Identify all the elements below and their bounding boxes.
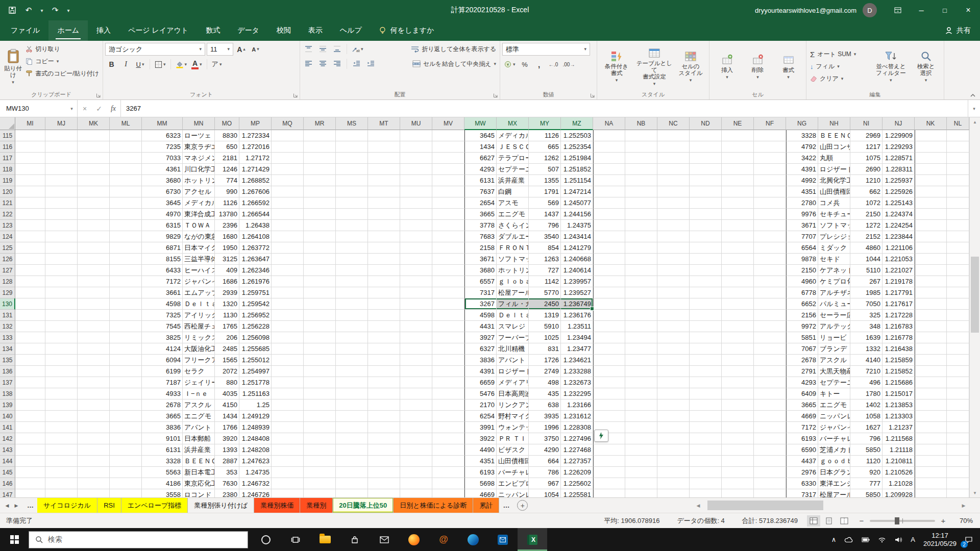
cell-MK126[interactable] xyxy=(78,254,110,265)
cell-NL129[interactable] xyxy=(947,287,969,298)
cell-MT142[interactable] xyxy=(368,433,400,444)
row-header-136[interactable]: 136 xyxy=(0,366,15,377)
mail-button[interactable] xyxy=(370,528,399,551)
action-center-button[interactable]: 2 xyxy=(961,528,980,551)
cell-NK126[interactable] xyxy=(915,254,947,265)
cell-MY138[interactable]: 435 xyxy=(529,388,561,399)
cell-NG136[interactable]: 2791 xyxy=(786,366,818,377)
cell-MJ120[interactable] xyxy=(45,186,78,197)
cell-NL138[interactable] xyxy=(947,388,969,399)
cell-NA143[interactable] xyxy=(593,444,625,456)
cell-MQ126[interactable] xyxy=(272,254,304,265)
cell-MY122[interactable]: 1437 xyxy=(529,209,561,220)
cell-NF121[interactable] xyxy=(754,197,786,209)
cell-MP125[interactable]: 1.263772 xyxy=(239,242,272,254)
autosum-button[interactable]: Σオート SUM▾ xyxy=(808,48,871,61)
minimize-button[interactable]: ─ xyxy=(910,0,933,20)
cell-NJ137[interactable]: 1.215686 xyxy=(883,377,915,388)
cell-MJ132[interactable] xyxy=(45,321,78,332)
cell-ND141[interactable] xyxy=(690,422,722,433)
cell-NA116[interactable] xyxy=(593,141,625,153)
cell-MJ115[interactable] xyxy=(45,130,78,141)
cell-MX124[interactable]: ダブルエー xyxy=(497,231,529,242)
row-header-117[interactable]: 117 xyxy=(0,153,15,164)
cell-NF147[interactable] xyxy=(754,489,786,497)
cell-NC141[interactable] xyxy=(657,422,690,433)
cell-ND127[interactable] xyxy=(690,265,722,276)
increase-indent-button[interactable] xyxy=(364,58,377,70)
cell-MJ128[interactable] xyxy=(45,276,78,287)
cell-NB123[interactable] xyxy=(625,220,657,231)
cell-MO143[interactable]: 1393 xyxy=(215,444,239,456)
cell-MM140[interactable]: 3665 xyxy=(142,411,183,422)
cell-NJ126[interactable]: 1.221053 xyxy=(883,254,915,265)
cell-NI127[interactable]: 5110 xyxy=(850,265,883,276)
cell-NK120[interactable] xyxy=(915,186,947,197)
cell-MS141[interactable] xyxy=(336,422,368,433)
cell-MT138[interactable] xyxy=(368,388,400,399)
cell-ND137[interactable] xyxy=(690,377,722,388)
cell-ML132[interactable] xyxy=(110,321,142,332)
cell-MY146[interactable]: 967 xyxy=(529,478,561,489)
cell-MP127[interactable]: 1.262346 xyxy=(239,265,272,276)
cell-MU122[interactable] xyxy=(400,209,432,220)
cell-MR120[interactable] xyxy=(304,186,336,197)
cell-ML139[interactable] xyxy=(110,399,142,411)
cell-NG122[interactable]: 9976 xyxy=(786,209,818,220)
cell-ML134[interactable] xyxy=(110,343,142,355)
cell-MY115[interactable]: 1126 xyxy=(529,130,561,141)
cell-MZ147[interactable]: 1.225581 xyxy=(561,489,593,497)
cell-NH127[interactable]: ケアネット xyxy=(818,265,850,276)
cell-MR143[interactable] xyxy=(304,444,336,456)
cell-MP130[interactable]: 1.259542 xyxy=(239,298,272,310)
cell-MY147[interactable]: 1054 xyxy=(529,489,561,497)
column-header-NL[interactable]: NL xyxy=(947,117,969,130)
cell-MZ119[interactable]: 1.251154 xyxy=(561,175,593,186)
cell-NJ119[interactable]: 1.225937 xyxy=(883,175,915,186)
cell-MO115[interactable]: 8830 xyxy=(215,130,239,141)
cell-MU117[interactable] xyxy=(400,153,432,164)
store-button[interactable] xyxy=(340,528,370,551)
align-right-button[interactable] xyxy=(331,58,344,70)
cell-MS126[interactable] xyxy=(336,254,368,265)
cell-NF135[interactable] xyxy=(754,355,786,366)
cell-NB130[interactable] xyxy=(625,298,657,310)
cell-ML137[interactable] xyxy=(110,377,142,388)
formula-input[interactable]: 3267 xyxy=(120,100,968,117)
cell-MK122[interactable] xyxy=(78,209,110,220)
cell-MK146[interactable] xyxy=(78,478,110,489)
cell-NB141[interactable] xyxy=(625,422,657,433)
cell-NJ140[interactable]: 1.213303 xyxy=(883,411,915,422)
cell-MX117[interactable]: テラプロー xyxy=(497,153,529,164)
cell-ML129[interactable] xyxy=(110,287,142,298)
cell-NJ118[interactable]: 1.228311 xyxy=(883,164,915,175)
insert-cells-button[interactable]: 挿入 ▾ xyxy=(713,43,742,90)
cell-MI130[interactable] xyxy=(15,298,45,310)
cell-NB147[interactable] xyxy=(625,489,657,497)
cell-NF126[interactable] xyxy=(754,254,786,265)
cell-MQ132[interactable] xyxy=(272,321,304,332)
cell-ML146[interactable] xyxy=(110,478,142,489)
cell-MW127[interactable]: 3680 xyxy=(464,265,497,276)
cell-MR118[interactable] xyxy=(304,164,336,175)
cell-MI122[interactable] xyxy=(15,209,45,220)
cell-MN122[interactable]: 東洋合成工 xyxy=(183,209,215,220)
cell-MK140[interactable] xyxy=(78,411,110,422)
cell-MN143[interactable]: 浜井産業 xyxy=(183,444,215,456)
cell-MM141[interactable]: 3836 xyxy=(142,422,183,433)
cell-ML147[interactable] xyxy=(110,489,142,497)
wrap-text-button[interactable]: 折り返して全体を表示する xyxy=(409,43,498,55)
cell-NC138[interactable] xyxy=(657,388,690,399)
cell-MP138[interactable]: 1.251163 xyxy=(239,388,272,399)
cell-NI143[interactable]: 5850 xyxy=(850,444,883,456)
cell-NH116[interactable]: 山田コンサ xyxy=(818,141,850,153)
cell-MZ140[interactable]: 1.231612 xyxy=(561,411,593,422)
cell-NC128[interactable] xyxy=(657,276,690,287)
cell-MM128[interactable]: 7172 xyxy=(142,276,183,287)
cell-MT116[interactable] xyxy=(368,141,400,153)
save-button[interactable] xyxy=(4,0,20,20)
cell-NE147[interactable] xyxy=(722,489,754,497)
cell-MM133[interactable]: 3825 xyxy=(142,332,183,343)
cell-MQ117[interactable] xyxy=(272,153,304,164)
cell-NL137[interactable] xyxy=(947,377,969,388)
